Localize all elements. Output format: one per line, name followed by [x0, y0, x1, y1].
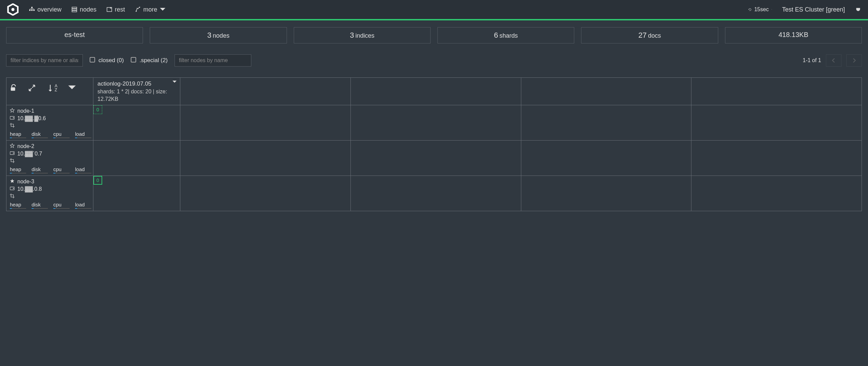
- node-name-line[interactable]: node-2: [10, 143, 90, 149]
- metric-disk: disk: [32, 166, 48, 173]
- node-ip: 10.▓▓.0.8: [17, 186, 42, 192]
- filter-indices-input[interactable]: [6, 54, 83, 67]
- node-cell: node-3 10.▓▓.0.8 heapdiskcpuload: [6, 176, 93, 211]
- pagination-text: 1-1 of 1: [803, 57, 821, 63]
- filters-row: closed (0) .special (2) 1-1 of 1: [6, 54, 862, 67]
- sort-az[interactable]: AZ: [47, 84, 57, 92]
- nav-nodes-label: nodes: [80, 6, 96, 13]
- pagination: 1-1 of 1: [803, 54, 862, 67]
- page-next-button[interactable]: [846, 54, 862, 67]
- nav-overview[interactable]: overview: [29, 6, 61, 13]
- disk-icon: [10, 151, 15, 157]
- metric-load: load: [75, 202, 91, 209]
- node-cell: node-1 10.▓▓.▓0.6 heapdiskcpuload: [6, 105, 93, 140]
- table-row: node-2 10.▓▓`0.7 heapdiskcpuload: [6, 141, 862, 176]
- svg-rect-6: [72, 7, 77, 8]
- node-name-line[interactable]: node-1: [10, 108, 90, 114]
- stat-shards[interactable]: 6shards: [437, 27, 574, 43]
- table-row: node-1 10.▓▓.▓0.6 heapdiskcpuload 0: [6, 105, 862, 141]
- logo: [7, 3, 19, 16]
- metric-load: load: [75, 166, 91, 173]
- metric-disk: disk: [32, 202, 48, 209]
- refresh-icon: [748, 8, 752, 11]
- svg-rect-2: [31, 7, 33, 8]
- svg-rect-12: [11, 87, 15, 91]
- metric-cpu: cpu: [53, 166, 70, 173]
- node-metrics: heapdiskcpuload: [10, 131, 90, 138]
- nav-rest[interactable]: rest: [107, 6, 125, 13]
- metric-cpu: cpu: [53, 131, 70, 138]
- svg-rect-3: [29, 10, 31, 11]
- chevron-down-icon: [160, 7, 165, 12]
- metric-heap: heap: [10, 166, 26, 173]
- chevron-down-icon: [772, 8, 772, 11]
- nav-more[interactable]: more: [135, 6, 165, 13]
- expand-icon[interactable]: [28, 84, 36, 92]
- metric-heap: heap: [10, 131, 26, 138]
- stat-indices[interactable]: 3indices: [294, 27, 431, 43]
- table-row: node-3 10.▓▓.0.8 heapdiskcpuload 0: [6, 176, 862, 211]
- node-name: node-2: [17, 143, 34, 149]
- nav-more-label: more: [143, 6, 157, 13]
- svg-point-10: [136, 11, 137, 12]
- nav-overview-label: overview: [37, 6, 61, 13]
- checkbox-special[interactable]: .special (2): [131, 54, 168, 65]
- crop-icon: [10, 158, 15, 164]
- node-crop-line: [10, 158, 90, 164]
- crop-icon: [10, 194, 15, 200]
- node-metrics: heapdiskcpuload: [10, 202, 90, 209]
- shard-primary[interactable]: 0: [93, 176, 102, 185]
- svg-rect-5: [33, 10, 35, 11]
- index-header[interactable]: actionlog-2019.07.05 shards: 1 * 2| docs…: [93, 78, 180, 105]
- table-tools: AZ: [6, 78, 93, 98]
- navbar: overview nodes rest more 15sec Test ES C…: [0, 0, 868, 19]
- shard-grid: AZ actionlog-2019.07.05 shards: 1 * 2| d…: [6, 77, 862, 211]
- checkbox-closed[interactable]: closed (0): [90, 54, 124, 65]
- disk-icon: [10, 115, 15, 122]
- stats-row: es-test 3nodes 3indices 6shards 27docs 4…: [6, 27, 862, 43]
- node-ip-line: 10.▓▓.▓0.6: [10, 115, 90, 122]
- node-ip-line: 10.▓▓`0.7: [10, 151, 90, 157]
- nav-rest-label: rest: [115, 6, 125, 13]
- stat-size[interactable]: 418.13KB: [725, 27, 862, 43]
- metric-heap: heap: [10, 202, 26, 209]
- svg-point-16: [13, 153, 14, 153]
- svg-point-1: [12, 8, 15, 11]
- node-name: node-3: [17, 179, 34, 185]
- node-crop-line: [10, 123, 90, 129]
- stat-cluster-name[interactable]: es-test: [6, 27, 143, 43]
- node-ip: 10.▓▓`0.7: [17, 151, 42, 157]
- node-metrics: heapdiskcpuload: [10, 166, 90, 173]
- svg-rect-8: [72, 11, 77, 12]
- metric-disk: disk: [32, 131, 48, 138]
- plug-icon[interactable]: [855, 6, 861, 13]
- svg-point-18: [13, 188, 14, 189]
- node-ip: 10.▓▓.▓0.6: [17, 115, 46, 122]
- refresh-interval[interactable]: 15sec: [748, 6, 772, 13]
- index-name: actionlog-2019.07.05: [97, 80, 176, 87]
- checkbox-special-label: .special (2): [140, 56, 168, 65]
- checkbox-icon: [131, 57, 136, 62]
- node-name-line[interactable]: node-3: [10, 179, 90, 185]
- lock-icon[interactable]: [10, 84, 17, 92]
- node-name: node-1: [17, 108, 34, 114]
- star-outline-icon: [10, 143, 15, 149]
- svg-point-11: [139, 7, 140, 7]
- disk-icon: [10, 186, 15, 192]
- checkbox-icon: [90, 57, 95, 62]
- page-prev-button[interactable]: [826, 54, 842, 67]
- chevron-down-icon[interactable]: [68, 84, 76, 92]
- svg-rect-4: [31, 10, 33, 11]
- stat-docs[interactable]: 27docs: [581, 27, 718, 43]
- filter-nodes-input[interactable]: [175, 54, 251, 67]
- shard-replica[interactable]: 0: [93, 105, 102, 114]
- checkbox-closed-label: closed (0): [98, 56, 124, 65]
- nav-nodes[interactable]: nodes: [72, 6, 96, 13]
- node-ip-line: 10.▓▓.0.8: [10, 186, 90, 192]
- svg-rect-7: [72, 9, 77, 10]
- svg-point-14: [13, 117, 14, 118]
- chevron-down-icon: [173, 80, 177, 83]
- stat-nodes[interactable]: 3nodes: [150, 27, 287, 43]
- star-outline-icon: [10, 108, 15, 114]
- cluster-status: Test ES Cluster [green]: [782, 6, 845, 13]
